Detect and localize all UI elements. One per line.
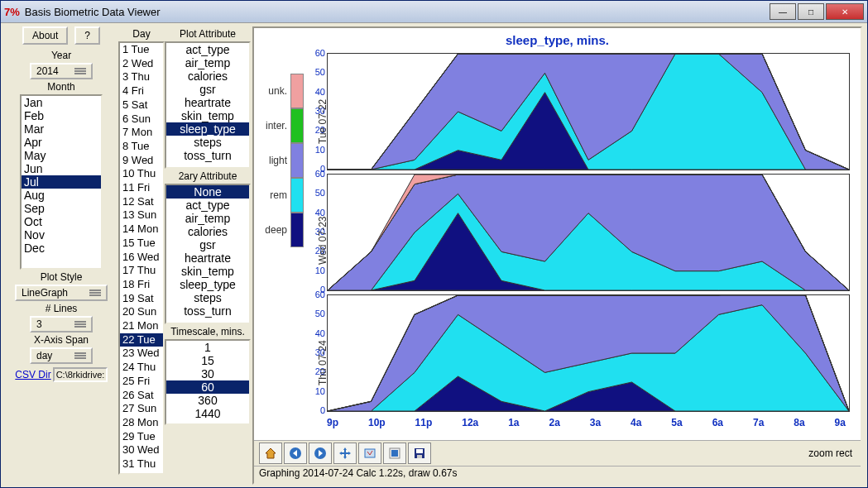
list-item[interactable]: Aug xyxy=(22,189,101,202)
list-item[interactable]: 17 Thu xyxy=(120,264,163,278)
maximize-button[interactable]: □ xyxy=(798,3,824,20)
list-item[interactable]: 5 Sat xyxy=(120,98,163,112)
list-item[interactable]: 2 Wed xyxy=(120,57,163,71)
list-item[interactable]: toss_turn xyxy=(166,149,249,162)
list-item[interactable]: 29 Tue xyxy=(120,430,163,444)
list-item[interactable]: calories xyxy=(166,225,249,238)
list-item[interactable]: Nov xyxy=(22,228,101,242)
help-button[interactable]: ? xyxy=(74,26,100,45)
list-item[interactable]: 24 Thu xyxy=(120,361,163,375)
list-item[interactable]: air_temp xyxy=(166,56,249,69)
list-item[interactable]: skin_temp xyxy=(166,109,249,122)
legend-item: unk. xyxy=(259,74,304,108)
list-item[interactable]: 9 Wed xyxy=(120,154,163,168)
list-item[interactable]: 7 Mon xyxy=(120,126,163,140)
month-list[interactable]: JanFebMarAprMayJunJulAugSepOctNovDec xyxy=(20,94,103,270)
list-item[interactable]: 28 Mon xyxy=(120,416,163,430)
list-item[interactable]: 12 Sat xyxy=(120,195,163,209)
list-item[interactable]: Jun xyxy=(22,162,101,175)
list-item[interactable]: 22 Tue xyxy=(120,333,163,347)
minimize-button[interactable]: — xyxy=(770,3,796,20)
list-item[interactable]: air_temp xyxy=(166,212,249,225)
list-item[interactable]: steps xyxy=(166,136,249,149)
list-item[interactable]: Dec xyxy=(22,242,101,255)
list-item[interactable]: 1 Tue xyxy=(120,43,163,57)
plotstyle-select[interactable]: LineGraph xyxy=(15,285,108,301)
titlebar[interactable]: 7% Basis Biometric Data Viewer — □ ✕ xyxy=(1,1,867,23)
day-label: Day xyxy=(118,28,165,40)
list-item[interactable]: sleep_type xyxy=(166,122,249,136)
list-item[interactable]: Apr xyxy=(22,136,101,149)
csvdir-field[interactable]: C:\8rkidrive: xyxy=(53,367,108,382)
list-item[interactable]: gsr xyxy=(166,238,249,251)
list-item[interactable]: Sep xyxy=(22,202,101,215)
list-item[interactable]: sleep_type xyxy=(166,278,249,291)
list-item[interactable]: Jan xyxy=(22,96,101,109)
csvdir-link[interactable]: CSV Dir xyxy=(15,369,50,380)
list-item[interactable]: May xyxy=(22,149,101,162)
list-item[interactable]: 16 Wed xyxy=(120,251,163,265)
about-button[interactable]: About xyxy=(22,26,68,45)
list-item[interactable]: 1 xyxy=(166,341,249,354)
year-select[interactable]: 2014 xyxy=(30,63,93,79)
list-item[interactable]: 27 Sun xyxy=(120,402,163,416)
list-item[interactable]: skin_temp xyxy=(166,265,249,278)
back-button[interactable] xyxy=(284,443,307,464)
list-item[interactable]: Mar xyxy=(22,122,101,136)
list-item[interactable]: 8 Tue xyxy=(120,140,163,154)
list-item[interactable]: Jul xyxy=(22,175,101,189)
list-item[interactable]: 3 Thu xyxy=(120,70,163,84)
pan-button[interactable] xyxy=(333,443,357,464)
xspan-select[interactable]: day xyxy=(30,347,93,364)
list-item[interactable]: heartrate xyxy=(166,96,249,109)
list-item[interactable]: 15 Tue xyxy=(120,237,163,251)
list-item[interactable]: 25 Fri xyxy=(120,375,163,389)
list-item[interactable]: 18 Fri xyxy=(120,278,163,292)
chart-panel[interactable] xyxy=(327,174,850,291)
list-item[interactable]: 6 Sun xyxy=(120,112,163,127)
list-item[interactable]: 4 Fri xyxy=(120,84,163,98)
list-item[interactable]: heartrate xyxy=(166,251,249,265)
plotattr-list[interactable]: act_typeair_tempcaloriesgsrheartrateskin… xyxy=(165,41,251,169)
list-item[interactable]: 360 xyxy=(166,394,249,407)
list-item[interactable]: 21 Mon xyxy=(120,319,163,333)
numlines-select[interactable]: 3 xyxy=(30,316,93,333)
list-item[interactable]: gsr xyxy=(166,83,249,96)
list-item[interactable]: 60 xyxy=(166,380,249,394)
list-item[interactable]: 10 Thu xyxy=(120,167,163,181)
list-item[interactable]: act_type xyxy=(166,199,249,212)
chart-panel[interactable] xyxy=(327,294,850,412)
list-item[interactable]: None xyxy=(166,185,249,199)
list-item[interactable]: toss_turn xyxy=(166,304,249,318)
configure-button[interactable] xyxy=(383,443,406,464)
close-button[interactable]: ✕ xyxy=(826,3,864,20)
list-item[interactable]: 31 Thu xyxy=(120,457,163,471)
list-item[interactable]: 26 Sat xyxy=(120,389,163,403)
list-item[interactable]: 19 Sat xyxy=(120,292,163,306)
day-list[interactable]: 1 Tue2 Wed3 Thu4 Fri5 Sat6 Sun7 Mon8 Tue… xyxy=(118,41,165,475)
chart-container: sleep_type, mins. unk.inter.lightremdeep… xyxy=(252,26,862,485)
timescale-list[interactable]: 11530603601440 xyxy=(165,339,251,425)
zoom-button[interactable] xyxy=(358,443,381,464)
list-item[interactable]: 30 Wed xyxy=(120,443,163,457)
list-item[interactable]: 1440 xyxy=(166,407,249,420)
list-item[interactable]: 11 Fri xyxy=(120,181,163,195)
list-item[interactable]: 20 Sun xyxy=(120,305,163,319)
list-item[interactable]: 14 Mon xyxy=(120,222,163,237)
secattr-list[interactable]: Noneact_typeair_tempcaloriesgsrheartrate… xyxy=(165,184,251,324)
list-item[interactable]: steps xyxy=(166,291,249,304)
list-item[interactable]: Oct xyxy=(22,215,101,228)
plotstyle-label: Plot Style xyxy=(41,271,83,283)
save-button[interactable] xyxy=(408,443,431,464)
list-item[interactable]: 15 xyxy=(166,354,249,367)
chart-panel[interactable] xyxy=(327,53,850,170)
list-item[interactable]: 23 Wed xyxy=(120,347,163,361)
list-item[interactable]: 30 xyxy=(166,367,249,380)
home-button[interactable] xyxy=(259,443,282,464)
list-item[interactable]: act_type xyxy=(166,43,249,56)
list-item[interactable]: calories xyxy=(166,69,249,83)
list-item[interactable]: Feb xyxy=(22,109,101,122)
legend-item: deep xyxy=(259,213,304,247)
list-item[interactable]: 13 Sun xyxy=(120,208,163,222)
forward-button[interactable] xyxy=(309,443,332,464)
